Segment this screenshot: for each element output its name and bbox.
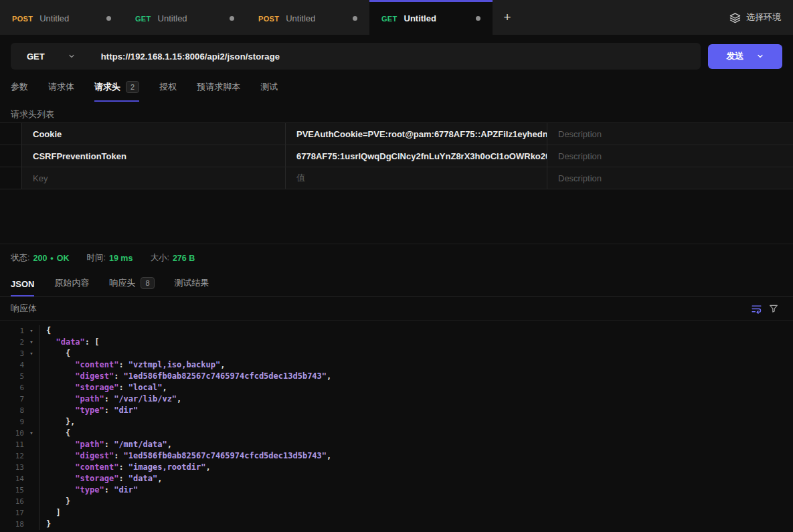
- response-section-tabs: JSON原始内容响应头8测试结果: [0, 272, 793, 297]
- code-content: "path": "/var/lib/vz",: [39, 393, 181, 405]
- request-tab[interactable]: 授权: [159, 81, 177, 102]
- request-tab[interactable]: 请求头2: [94, 81, 139, 102]
- request-tab-label: 请求头: [94, 81, 120, 93]
- header-value-field[interactable]: 6778AF75:1usrlQwqDgClNcy2fnLuYnZ8rX3h0oC…: [286, 145, 547, 167]
- method-badge: GET: [135, 15, 151, 23]
- fold-spacer: [24, 382, 39, 393]
- fold-spacer: [24, 416, 39, 428]
- token-str: "local": [128, 383, 163, 392]
- header-value-field[interactable]: 值: [286, 167, 547, 189]
- header-value-field[interactable]: PVEAuthCookie=PVE:root@pam:6778AF75::APZ…: [286, 123, 547, 145]
- send-options-chevron-down-icon[interactable]: [756, 52, 764, 60]
- code-line: 10▾ {: [0, 428, 793, 439]
- size-value: 276 B: [173, 254, 195, 263]
- new-tab-button[interactable]: +: [493, 0, 522, 35]
- header-key-field[interactable]: CSRFPreventionToken: [22, 145, 286, 167]
- url-input[interactable]: https://192.168.1.15:8006/api2/json/stor…: [101, 52, 280, 62]
- token-pun: :: [118, 360, 128, 369]
- code-line: 17 ]: [0, 507, 793, 519]
- code-content: {: [39, 348, 70, 359]
- token-pun: },: [46, 417, 75, 426]
- code-content: }: [39, 496, 70, 507]
- fold-caret-icon[interactable]: ▾: [24, 428, 39, 439]
- token-key: "content": [75, 360, 118, 369]
- request-tab[interactable]: 参数: [11, 81, 28, 102]
- environment-selector-label: 选择环境: [746, 11, 781, 23]
- fold-caret-icon[interactable]: ▾: [24, 337, 39, 348]
- code-line: 4 "content": "vztmpl,iso,backup",: [0, 359, 793, 371]
- response-json-viewer[interactable]: 1▾{2▾ "data": [3▾ {4 "content": "vztmpl,…: [0, 321, 793, 532]
- response-tab[interactable]: 测试结果: [175, 277, 209, 296]
- header-key-field[interactable]: Cookie: [22, 123, 286, 145]
- token-pun: [46, 360, 75, 369]
- header-description-field[interactable]: Description: [547, 167, 793, 189]
- method-chevron-down-icon[interactable]: [68, 52, 76, 60]
- token-str: "1ed586fb0ab82567c7465974cfcd5dec13d5b74…: [124, 371, 327, 381]
- token-key: "digest": [75, 451, 114, 460]
- token-key: "path": [75, 394, 104, 404]
- request-tab-4[interactable]: GETUntitled: [369, 0, 493, 35]
- request-tab-3[interactable]: POSTUntitled: [246, 0, 369, 35]
- send-button[interactable]: 发送: [708, 44, 782, 69]
- time-label: 时间:: [86, 252, 105, 264]
- request-tab-label: 参数: [11, 81, 28, 93]
- token-key: "data": [56, 337, 84, 347]
- header-description-field[interactable]: Description: [547, 123, 793, 145]
- code-line: 8 "type": "dir": [0, 405, 793, 416]
- unsaved-dot: [476, 16, 480, 21]
- row-handle[interactable]: [0, 167, 22, 189]
- token-pun: ,: [205, 462, 210, 472]
- line-number: 7: [0, 393, 24, 405]
- token-pun: [46, 383, 75, 392]
- header-description-field[interactable]: Description: [547, 145, 793, 167]
- code-content: "storage": "local",: [39, 382, 167, 393]
- request-tab-1[interactable]: POSTUntitled: [0, 0, 123, 35]
- method-badge: POST: [12, 15, 33, 23]
- request-url-row: GET https://192.168.1.15:8006/api2/json/…: [0, 35, 793, 70]
- request-tab-bar: POSTUntitledGETUntitledPOSTUntitledGETUn…: [0, 0, 793, 35]
- token-key: "storage": [75, 474, 118, 483]
- status-text: OK: [57, 254, 70, 263]
- code-content: "content": "images,rootdir",: [39, 462, 211, 473]
- code-line: 3▾ {: [0, 348, 793, 359]
- code-line: 15 "type": "dir": [0, 484, 793, 496]
- fold-spacer: [24, 371, 39, 382]
- row-handle[interactable]: [0, 123, 22, 145]
- request-tab[interactable]: 请求体: [48, 81, 74, 102]
- filter-icon[interactable]: [765, 301, 782, 316]
- token-str: "images,rootdir": [128, 462, 206, 472]
- request-tab[interactable]: 预请求脚本: [197, 81, 240, 102]
- size-label: 大小:: [150, 252, 169, 264]
- token-pun: [46, 485, 75, 495]
- token-pun: :: [118, 383, 128, 392]
- fold-spacer: [24, 393, 39, 405]
- response-tab[interactable]: JSON: [11, 279, 34, 296]
- fold-caret-icon[interactable]: ▾: [24, 325, 39, 337]
- fold-caret-icon[interactable]: ▾: [24, 348, 39, 359]
- request-tab-2[interactable]: GETUntitled: [123, 0, 246, 35]
- response-tab[interactable]: 原始内容: [54, 277, 89, 296]
- url-input-group: GET https://192.168.1.15:8006/api2/json/…: [11, 43, 701, 70]
- code-line: 5 "digest": "1ed586fb0ab82567c7465974cfc…: [0, 371, 793, 382]
- environment-selector[interactable]: 选择环境: [717, 0, 793, 35]
- method-dropdown[interactable]: GET: [11, 52, 45, 62]
- header-key-field[interactable]: Key: [22, 167, 286, 189]
- unsaved-dot: [106, 16, 111, 21]
- method-badge: GET: [381, 15, 398, 23]
- wrap-text-icon[interactable]: [747, 301, 765, 316]
- token-pun: ,: [327, 371, 331, 381]
- line-number: 8: [0, 405, 24, 416]
- token-pun: :: [104, 394, 114, 404]
- token-pun: :: [104, 440, 114, 449]
- code-line: 2▾ "data": [: [0, 337, 793, 348]
- fold-spacer: [24, 439, 39, 450]
- code-content: },: [39, 416, 75, 428]
- request-tab[interactable]: 测试: [260, 81, 278, 102]
- code-content: {: [39, 428, 70, 439]
- line-number: 4: [0, 359, 24, 371]
- request-tab-label: 预请求脚本: [197, 81, 240, 93]
- response-tab[interactable]: 响应头8: [109, 277, 154, 296]
- tab-title: Untitled: [404, 13, 470, 23]
- row-handle[interactable]: [0, 145, 22, 167]
- request-tab-badge: 2: [126, 81, 139, 93]
